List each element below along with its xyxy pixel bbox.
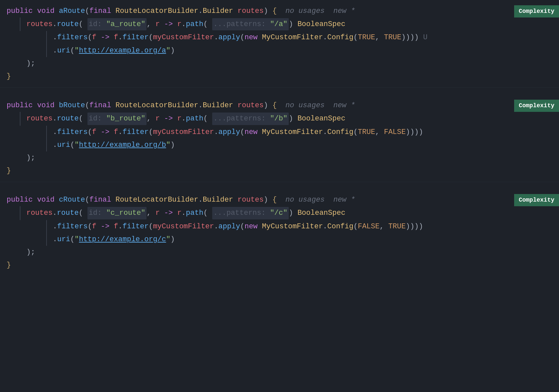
type-booleanspec: BooleanSpec [297, 18, 345, 30]
var-f2: f [114, 221, 118, 232]
keyword-void: void [37, 5, 54, 17]
keyword-public: public [7, 194, 33, 206]
method-name: aRoute [59, 5, 85, 17]
type-booleanspec: BooleanSpec [297, 113, 345, 124]
param-id: id: "a_route" [87, 18, 147, 30]
code-line: .uri("http://example.org/a") [0, 44, 559, 57]
keyword-void: void [37, 100, 54, 111]
var-myCustomFilter: myCustomFilter [153, 126, 214, 138]
url-c: http://example.org/c [79, 234, 166, 245]
class-name: Builder [203, 5, 233, 17]
class-mycustomfilter: MyCustomFilter [262, 221, 323, 232]
method-apply: apply [218, 32, 240, 43]
code-block-c: Complexity public void cRoute(final Rout… [0, 189, 559, 276]
method-path: path [186, 113, 203, 124]
var-f2: f [114, 126, 118, 138]
var-routes: routes [26, 113, 52, 124]
method-path: path [186, 18, 203, 30]
code-block-a: Complexity public void aRoute(final Rout… [0, 0, 559, 88]
class-mycustomfilter: MyCustomFilter [262, 32, 323, 43]
truncated: U [419, 32, 427, 43]
method-name: cRoute [59, 194, 85, 206]
left-bar [20, 112, 20, 125]
code-editor: Complexity public void aRoute(final Rout… [0, 0, 559, 392]
left-bar [20, 17, 20, 31]
param-patterns: ...patterns: "/b" [212, 113, 289, 125]
code-line: } [0, 70, 559, 83]
method-uri: uri [57, 139, 70, 151]
hint-new: new * [333, 100, 355, 111]
method-filters: filters [57, 221, 87, 232]
left-bar [46, 233, 47, 246]
keyword-void: void [37, 194, 54, 206]
var-routes: routes [26, 18, 52, 30]
url-a: http://example.org/a [79, 45, 166, 56]
complexity-badge-a[interactable]: Complexity [514, 5, 559, 17]
code-block-b: Complexity public void bRoute(final Rout… [0, 94, 559, 182]
method-filters: filters [57, 126, 87, 138]
param-name: routes [238, 5, 264, 17]
code-line: ); [0, 151, 559, 164]
class-name: RouteLocatorBuilder [115, 100, 198, 111]
method-route: route [57, 113, 79, 124]
keyword-public: public [7, 5, 33, 17]
code-line: public void cRoute(final RouteLocatorBui… [0, 193, 559, 206]
hint-no-usages: no usages [285, 194, 325, 206]
val-true1: TRUE [358, 126, 375, 138]
var-myCustomFilter: myCustomFilter [153, 221, 214, 232]
param-name: routes [238, 194, 264, 206]
code-line: public void aRoute(final RouteLocatorBui… [0, 5, 559, 17]
code-line: .uri("http://example.org/c") [0, 233, 559, 246]
method-filters: filters [57, 32, 87, 43]
var-routes: routes [26, 207, 52, 219]
code-line: routes.route( id: "a_route", r -> r.path… [0, 17, 559, 31]
code-line: routes.route( id: "c_route", r -> r.path… [0, 206, 559, 220]
complexity-badge-c[interactable]: Complexity [514, 194, 559, 206]
var-r2: r [177, 18, 181, 30]
url-b: http://example.org/b [79, 139, 166, 151]
keyword-new: new [245, 221, 258, 232]
keyword-new: new [245, 126, 258, 138]
hint-no-usages: no usages [285, 100, 325, 111]
class-name: Builder [203, 194, 233, 206]
method-name: bRoute [59, 100, 85, 111]
var-f2: f [114, 32, 118, 43]
val-true2: TRUE [384, 32, 401, 43]
keyword-final: final [89, 194, 111, 206]
var-f: f [92, 32, 96, 43]
type-booleanspec: BooleanSpec [297, 207, 345, 219]
val-false1: FALSE [384, 126, 406, 138]
spacer [0, 182, 559, 189]
var-r2: r [177, 207, 181, 219]
var-r: r [155, 207, 160, 219]
class-config: Config [327, 126, 353, 138]
hint-new: new * [333, 5, 355, 17]
left-bar [46, 139, 47, 151]
param-patterns: ...patterns: "/a" [212, 18, 289, 30]
code-line: } [0, 259, 559, 272]
spacer [0, 88, 559, 94]
code-line: ); [0, 57, 559, 70]
param-patterns: ...patterns: "/c" [212, 207, 289, 219]
keyword-final: final [89, 100, 111, 111]
code-line: public void bRoute(final RouteLocatorBui… [0, 99, 559, 112]
hint-new: new * [333, 194, 355, 206]
class-mycustomfilter: MyCustomFilter [262, 126, 323, 138]
class-name: RouteLocatorBuilder [115, 194, 198, 206]
method-filter: filter [122, 221, 148, 232]
param-id: id: "c_route" [87, 207, 147, 219]
keyword-final: final [89, 5, 111, 17]
method-uri: uri [57, 234, 70, 245]
complexity-badge-b[interactable]: Complexity [514, 100, 559, 112]
left-bar [46, 126, 47, 139]
keyword-new: new [245, 32, 258, 43]
code-line: } [0, 164, 559, 177]
code-line: .uri("http://example.org/b") [0, 139, 559, 151]
class-name: Builder [203, 100, 233, 111]
code-line: .filters(f -> f.filter(myCustomFilter.ap… [0, 220, 559, 233]
left-bar [20, 206, 20, 220]
val-false1: FALSE [358, 221, 379, 232]
method-route: route [57, 207, 79, 219]
hint-no-usages: no usages [285, 5, 325, 17]
class-config: Config [327, 221, 353, 232]
